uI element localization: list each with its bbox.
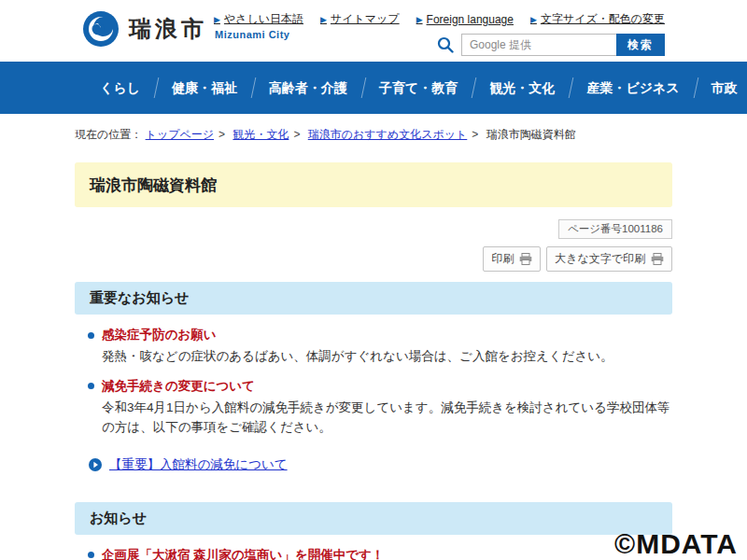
link-sitemap[interactable]: ▶サイトマップ	[320, 11, 400, 27]
breadcrumb-link-culture-spot[interactable]: 瑞浪市のおすすめ文化スポット	[308, 128, 468, 141]
breadcrumb-separator: >	[218, 128, 225, 141]
breadcrumb-link-top[interactable]: トップページ	[146, 128, 214, 141]
page-number-row: ページ番号1001186	[75, 219, 672, 239]
triangle-icon: ▶	[416, 15, 423, 24]
search-input[interactable]	[461, 34, 616, 56]
nav-item-shisei[interactable]: 市政	[696, 62, 747, 114]
search-icon	[437, 36, 454, 53]
reduction-fee-link[interactable]: 【重要】入館料の減免について	[109, 456, 288, 473]
bullet-icon	[88, 332, 94, 339]
section-body-news: 企画展「大湫宿 森川家の塩商い」を開催中です！ 中山道大湫宿の商家森川家では、領…	[75, 535, 672, 560]
nav-item-koreisha-kaigo[interactable]: 高齢者・介護	[253, 62, 363, 114]
link-easy-japanese[interactable]: ▶やさしい日本語	[214, 11, 303, 27]
breadcrumb-separator: >	[472, 128, 478, 141]
notice-title: 感染症予防のお願い	[102, 327, 216, 343]
nav-item-kenko-fukushi[interactable]: 健康・福祉	[156, 62, 253, 114]
global-nav: くらし 健康・福祉 高齢者・介護 子育て・教育 観光・文化 産業・ビジネス 市政…	[0, 62, 747, 114]
section-header-important: 重要なお知らせ	[75, 282, 672, 315]
notice-item: 感染症予防のお願い 発熱・咳などの症状のあるばあい、体調がすぐれない場合は、ご入…	[88, 327, 670, 367]
triangle-icon: ▶	[530, 15, 537, 24]
page: 瑞浪市 Mizunami City ▶やさしい日本語 ▶サイトマップ ▶Fore…	[0, 0, 747, 560]
utility-links: ▶やさしい日本語 ▶サイトマップ ▶Foreign language ▶文字サイ…	[214, 11, 665, 27]
city-name-en: Mizunami City	[215, 29, 289, 40]
nav-item-sangyo-business[interactable]: 産業・ビジネス	[571, 62, 695, 114]
print-row: 印刷 大きな文字で印刷	[75, 246, 672, 272]
nav-item-kanko-bunka[interactable]: 観光・文化	[473, 62, 571, 114]
search-button[interactable]: 検索	[616, 34, 665, 56]
breadcrumb-separator: >	[293, 128, 300, 141]
breadcrumb: 現在の位置： トップページ> 観光・文化> 瑞浪市のおすすめ文化スポット> 瑞浪…	[75, 127, 672, 143]
bullet-icon	[88, 552, 94, 558]
circle-arrow-icon	[89, 458, 102, 471]
city-name: 瑞浪市	[129, 14, 207, 44]
page-number: ページ番号1001186	[558, 219, 672, 239]
link-font-size-color[interactable]: ▶文字サイズ・配色の変更	[530, 11, 665, 27]
section-header-news: お知らせ	[75, 502, 672, 535]
city-logo-icon	[82, 10, 120, 48]
notice-body: 令和3年4月1日から入館料の減免手続きが変更しています。減免手続きを検討されてい…	[102, 398, 670, 438]
doc-link-row: 【重要】入館料の減免について	[89, 456, 670, 473]
breadcrumb-current: 瑞浪市陶磁資料館	[486, 128, 576, 141]
site-search: 検索	[437, 34, 665, 56]
watermark: ©MDATA	[614, 528, 738, 560]
main-content: 現在の位置： トップページ> 観光・文化> 瑞浪市のおすすめ文化スポット> 瑞浪…	[75, 127, 672, 560]
breadcrumb-link-kanko-bunka[interactable]: 観光・文化	[233, 128, 289, 141]
notice-title: 減免手続きの変更について	[102, 378, 255, 395]
triangle-icon: ▶	[214, 15, 220, 24]
print-button[interactable]: 印刷	[483, 246, 541, 272]
bullet-icon	[88, 383, 94, 389]
page-title: 瑞浪市陶磁資料館	[90, 175, 217, 196]
section-body-important: 感染症予防のお願い 発熱・咳などの症状のあるばあい、体調がすぐれない場合は、ご入…	[75, 315, 672, 492]
notice-item: 企画展「大湫宿 森川家の塩商い」を開催中です！ 中山道大湫宿の商家森川家では、領…	[88, 547, 670, 560]
notice-body: 発熱・咳などの症状のあるばあい、体調がすぐれない場合は、ご入館をお控えください。	[102, 346, 670, 367]
print-large-button[interactable]: 大きな文字で印刷	[546, 246, 672, 272]
breadcrumb-prefix: 現在の位置：	[75, 128, 142, 141]
page-title-bar: 瑞浪市陶磁資料館	[75, 162, 672, 207]
printer-icon	[651, 253, 664, 265]
nav-item-kurashi[interactable]: くらし	[84, 62, 156, 114]
triangle-icon: ▶	[320, 15, 327, 24]
site-header: 瑞浪市 Mizunami City ▶やさしい日本語 ▶サイトマップ ▶Fore…	[0, 0, 747, 62]
notice-item: 減免手続きの変更について 令和3年4月1日から入館料の減免手続きが変更しています…	[88, 378, 670, 438]
printer-icon	[519, 253, 532, 265]
notice-title: 企画展「大湫宿 森川家の塩商い」を開催中です！	[102, 547, 384, 560]
nav-item-kosodate-kyoiku[interactable]: 子育て・教育	[363, 62, 473, 114]
link-foreign-language[interactable]: ▶Foreign language	[416, 11, 514, 27]
